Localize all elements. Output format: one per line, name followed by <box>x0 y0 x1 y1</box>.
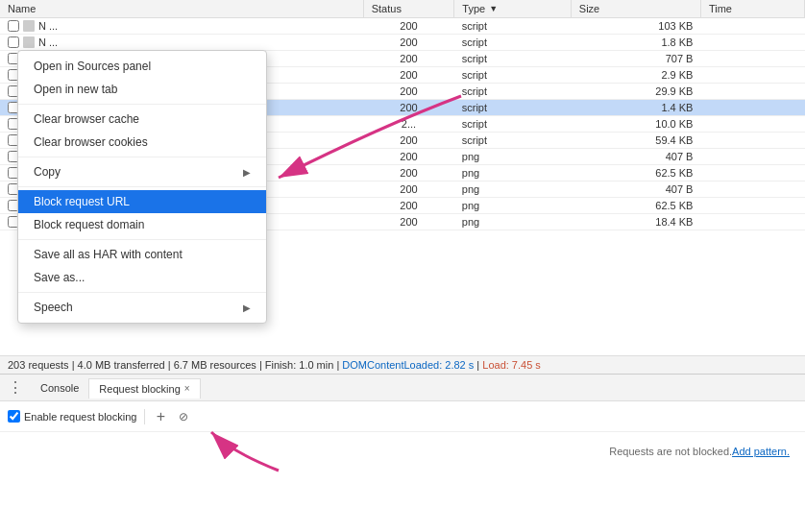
row-size: 407 B <box>571 181 700 198</box>
col-header-status[interactable]: Status <box>363 0 454 18</box>
table-row[interactable]: N ...200script103 KB <box>0 18 805 35</box>
status-text: 203 requests | 4.0 MB transferred | 6.7 … <box>8 359 342 371</box>
tab-close-icon[interactable]: × <box>184 383 190 394</box>
row-type: png <box>454 181 572 198</box>
row-time <box>700 51 804 67</box>
menu-item-label: Open in Sources panel <box>34 60 151 73</box>
col-header-name[interactable]: Name <box>0 0 363 18</box>
menu-item[interactable]: Speech▶ <box>18 296 266 319</box>
row-type: script <box>454 84 572 100</box>
menu-item[interactable]: Clear browser cache <box>18 108 266 131</box>
bottom-panel: ⋮ Console Request blocking × Enable requ… <box>0 374 805 471</box>
tab-request-blocking[interactable]: Request blocking × <box>88 378 200 399</box>
block-icon: ⊘ <box>179 410 188 423</box>
menu-divider <box>18 239 266 240</box>
menu-item[interactable]: Clear browser cookies <box>18 131 266 154</box>
row-type: script <box>454 116 572 133</box>
row-time <box>700 67 804 84</box>
row-time <box>700 181 804 198</box>
menu-item-label: Open in new tab <box>34 83 117 96</box>
menu-item-label: Clear browser cache <box>34 112 139 126</box>
row-size: 407 B <box>571 149 700 165</box>
menu-divider <box>18 292 266 293</box>
menu-item[interactable]: Block request URL <box>18 190 266 213</box>
row-type: script <box>454 133 572 149</box>
menu-item-label: Clear browser cookies <box>34 135 148 149</box>
load-time-text: Load: 7.45 s <box>482 359 541 371</box>
menu-divider <box>18 157 266 157</box>
block-all-button[interactable]: ⊘ <box>176 409 191 424</box>
row-checkbox[interactable] <box>8 36 19 48</box>
menu-item-label: Copy <box>34 165 61 179</box>
row-time <box>700 116 804 133</box>
row-type: script <box>454 18 572 35</box>
tab-menu-icon[interactable]: ⋮ <box>8 378 23 397</box>
row-status: 200 <box>363 149 454 165</box>
menu-item-label: Save all as HAR with content <box>34 248 183 261</box>
submenu-arrow-icon: ▶ <box>243 167 251 178</box>
row-type: script <box>454 67 572 84</box>
row-size: 1.8 KB <box>571 35 700 51</box>
row-type: script <box>454 51 572 67</box>
favicon-icon <box>23 20 35 32</box>
menu-item[interactable]: Open in new tab <box>18 78 266 101</box>
row-time <box>700 214 804 230</box>
row-status: 200 <box>363 133 454 149</box>
row-size: 59.4 KB <box>571 133 700 149</box>
row-status: 200 <box>363 18 454 35</box>
row-name: N ... <box>38 36 58 48</box>
menu-item-label: Block request URL <box>34 195 130 208</box>
menu-item[interactable]: Save as... <box>18 266 266 289</box>
row-size: 10.0 KB <box>571 116 700 133</box>
row-size: 62.5 KB <box>571 198 700 214</box>
row-type: png <box>454 149 572 165</box>
add-pattern-button[interactable]: + <box>153 409 168 424</box>
menu-divider <box>18 186 266 187</box>
tab-console[interactable]: Console <box>31 378 88 398</box>
row-time <box>700 35 804 51</box>
row-time <box>700 84 804 100</box>
menu-item-label: Save as... <box>34 271 85 284</box>
toolbar-separator <box>144 409 145 424</box>
row-name: N ... <box>38 20 58 32</box>
row-time <box>700 100 804 116</box>
menu-item[interactable]: Save all as HAR with content <box>18 243 266 266</box>
row-type: script <box>454 100 572 116</box>
menu-item-label: Block request domain <box>34 218 144 231</box>
row-type: png <box>454 214 572 230</box>
no-blocked-text: Requests are not blocked. <box>609 446 732 457</box>
row-status: 2... <box>363 116 454 133</box>
enable-request-blocking-checkbox[interactable] <box>8 410 20 423</box>
row-status: 200 <box>363 100 454 116</box>
row-size: 1.4 KB <box>571 100 700 116</box>
row-time <box>700 133 804 149</box>
col-header-size[interactable]: Size <box>571 0 700 18</box>
menu-item[interactable]: Copy▶ <box>18 160 266 183</box>
sort-arrow-icon: ▼ <box>489 4 498 13</box>
table-row[interactable]: N ...200script1.8 KB <box>0 35 805 51</box>
row-status: 200 <box>363 35 454 51</box>
enable-request-blocking-label[interactable]: Enable request blocking <box>8 410 136 423</box>
row-status: 200 <box>363 198 454 214</box>
col-header-time[interactable]: Time <box>700 0 804 18</box>
context-menu: Open in Sources panelOpen in new tabClea… <box>17 50 267 324</box>
add-pattern-link[interactable]: Add pattern. <box>732 446 790 457</box>
row-status: 200 <box>363 214 454 230</box>
menu-item[interactable]: Open in Sources panel <box>18 55 266 78</box>
row-status: 200 <box>363 67 454 84</box>
row-time <box>700 149 804 165</box>
col-header-type[interactable]: Type ▼ <box>454 0 572 18</box>
row-size: 62.5 KB <box>571 165 700 181</box>
row-checkbox[interactable] <box>8 20 19 32</box>
row-time <box>700 198 804 214</box>
panel-toolbar: Enable request blocking + ⊘ <box>0 401 805 432</box>
row-status: 200 <box>363 165 454 181</box>
row-status: 200 <box>363 84 454 100</box>
row-time <box>700 165 804 181</box>
menu-divider <box>18 104 266 105</box>
panel-content: Requests are not blocked. Add pattern. <box>0 432 805 471</box>
menu-item[interactable]: Block request domain <box>18 213 266 236</box>
favicon-icon <box>23 36 35 48</box>
tab-bar: ⋮ Console Request blocking × <box>0 375 805 401</box>
row-type: script <box>454 35 572 51</box>
